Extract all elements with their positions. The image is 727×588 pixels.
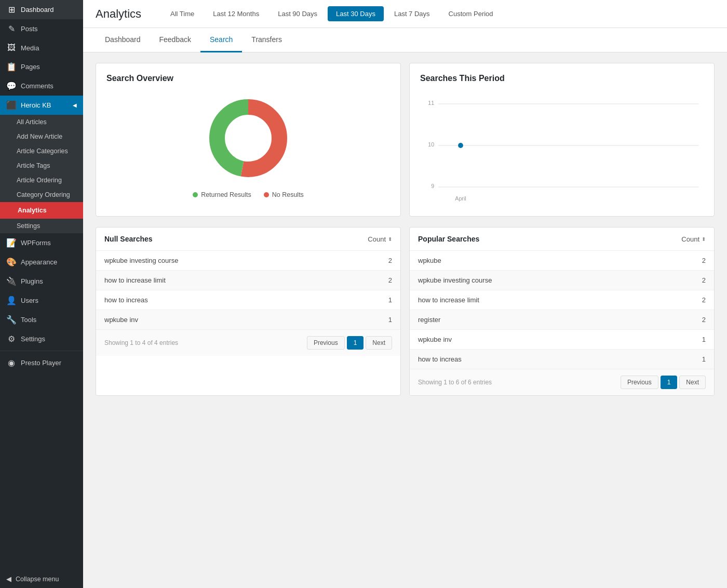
sidebar-item-pages[interactable]: 📋 Pages: [0, 57, 83, 76]
sidebar-item-appearance[interactable]: 🎨 Appearance: [0, 252, 83, 272]
sidebar-divider: [0, 351, 83, 351]
sub-item-article-tags[interactable]: Article Tags: [0, 158, 83, 173]
popular-searches-title: Popular Searches Count ⬍: [410, 228, 714, 251]
popular-search-count: 2: [658, 271, 714, 290]
null-searches-table: wpkube investing course2how to increase …: [96, 251, 400, 329]
popular-searches-row: wpkube2: [410, 251, 714, 271]
sidebar-item-heroickb[interactable]: ⬛ Heroic KB ◀: [0, 96, 83, 115]
popular-search-term: wpkube investing course: [410, 271, 658, 290]
tabs-bar: Dashboard Feedback Search Transfers: [83, 28, 727, 52]
search-overview-title: Search Overview: [106, 74, 390, 83]
tab-transfers[interactable]: Transfers: [242, 28, 291, 52]
comments-icon: 💬: [6, 81, 17, 91]
page-title: Analytics: [96, 7, 141, 21]
sidebar-item-media[interactable]: 🖼 Media: [0, 38, 83, 57]
tab-feedback[interactable]: Feedback: [150, 28, 200, 52]
sub-item-settings[interactable]: Settings: [0, 219, 83, 233]
sidebar-item-plugins[interactable]: 🔌 Plugins: [0, 272, 83, 291]
sidebar-item-label: Heroic KB: [21, 101, 51, 109]
heroickb-section: ⬛ Heroic KB ◀ All Articles Add New Artic…: [0, 96, 83, 233]
legend-dot-returned: [193, 192, 198, 197]
pages-icon: 📋: [6, 62, 17, 72]
popular-searches-pagination-info: Showing 1 to 6 of 6 entries: [418, 379, 492, 386]
null-searches-next-btn[interactable]: Next: [366, 336, 392, 350]
sidebar: ⊞ Dashboard ✎ Posts 🖼 Media 📋 Pages 💬 Co…: [0, 0, 83, 588]
sub-item-all-articles[interactable]: All Articles: [0, 115, 83, 129]
sidebar-item-label: Dashboard: [21, 6, 54, 14]
null-searches-row: how to increas1: [96, 290, 400, 310]
period-tab-last-12-months[interactable]: Last 12 Months: [205, 6, 267, 21]
media-icon: 🖼: [6, 43, 17, 52]
sidebar-item-label: Users: [21, 297, 38, 304]
y-label-11: 11: [428, 100, 434, 106]
popular-search-term: wpkube: [410, 251, 658, 271]
legend-no-results: No Results: [264, 191, 304, 198]
null-searches-tbody: wpkube investing course2how to increase …: [96, 251, 400, 329]
searches-this-period-title: Searches This Period: [420, 74, 704, 83]
sidebar-item-posts[interactable]: ✎ Posts: [0, 19, 83, 38]
legend-returned-results: Returned Results: [193, 191, 251, 198]
sort-icon[interactable]: ⬍: [388, 236, 392, 242]
null-searches-pagination-btns: Previous 1 Next: [307, 336, 392, 350]
period-tab-all-time[interactable]: All Time: [162, 6, 203, 21]
sort-icon-popular[interactable]: ⬍: [702, 236, 706, 242]
wpforms-icon: 📝: [6, 238, 17, 248]
period-tab-custom-period[interactable]: Custom Period: [440, 6, 502, 21]
legend-label-no-results: No Results: [272, 191, 304, 198]
popular-searches-prev-btn[interactable]: Previous: [621, 376, 658, 389]
sub-item-article-ordering[interactable]: Article Ordering: [0, 173, 83, 188]
tab-dashboard[interactable]: Dashboard: [96, 28, 150, 52]
null-searches-prev-btn[interactable]: Previous: [307, 336, 345, 350]
tab-search[interactable]: Search: [200, 28, 242, 52]
popular-search-count: 2: [658, 310, 714, 330]
sidebar-item-tools[interactable]: 🔧 Tools: [0, 310, 83, 329]
popular-searches-row: wpkube inv1: [410, 330, 714, 350]
search-overview-card: Search Overview Returned: [96, 63, 401, 217]
sidebar-item-label: Appearance: [21, 258, 57, 266]
donut-chart-container: Returned Results No Results: [106, 91, 390, 198]
null-search-count: 2: [344, 271, 400, 290]
sidebar-item-label: Media: [21, 44, 39, 52]
null-search-term: how to increas: [96, 290, 344, 310]
popular-searches-count-header: Count ⬍: [681, 235, 706, 243]
null-search-term: how to increase limit: [96, 271, 344, 290]
legend-label-returned: Returned Results: [201, 191, 251, 198]
sub-item-article-categories[interactable]: Article Categories: [0, 144, 83, 158]
sidebar-item-dashboard[interactable]: ⊞ Dashboard: [0, 0, 83, 19]
plugins-icon: 🔌: [6, 276, 17, 286]
popular-search-term: how to increase limit: [410, 290, 658, 310]
sidebar-item-settings[interactable]: ⚙ Settings: [0, 329, 83, 349]
null-searches-row: wpkube inv1: [96, 310, 400, 330]
sidebar-item-label: Settings: [21, 335, 45, 343]
period-tab-last-30-days[interactable]: Last 30 Days: [328, 6, 384, 21]
sidebar-item-label: Tools: [21, 316, 36, 324]
null-search-count: 2: [344, 251, 400, 271]
period-tab-last-90-days[interactable]: Last 90 Days: [270, 6, 326, 21]
heroickb-icon: ⬛: [6, 100, 17, 110]
popular-search-term: register: [410, 310, 658, 330]
sub-item-category-ordering[interactable]: Category Ordering: [0, 188, 83, 202]
donut-hole: [225, 115, 271, 161]
settings-icon: ⚙: [6, 334, 17, 344]
popular-searches-row: register2: [410, 310, 714, 330]
null-searches-page-1-btn[interactable]: 1: [347, 336, 364, 350]
null-searches-count-header: Count ⬍: [368, 235, 392, 243]
popular-searches-next-btn[interactable]: Next: [679, 376, 706, 389]
popular-searches-page-1-btn[interactable]: 1: [661, 376, 678, 389]
sidebar-item-comments[interactable]: 💬 Comments: [0, 76, 83, 96]
period-tab-last-7-days[interactable]: Last 7 Days: [386, 6, 438, 21]
sidebar-item-label: Posts: [21, 25, 38, 33]
collapse-icon: ◀: [6, 575, 11, 583]
dashboard-icon: ⊞: [6, 5, 17, 15]
sub-item-add-new-article[interactable]: Add New Article: [0, 129, 83, 144]
sidebar-item-users[interactable]: 👤 Users: [0, 291, 83, 310]
main-content: Analytics All Time Last 12 Months Last 9…: [83, 0, 727, 588]
sidebar-item-presto-player[interactable]: ◉ Presto Player: [0, 353, 83, 372]
donut-legend: Returned Results No Results: [193, 191, 304, 198]
popular-searches-row: wpkube investing course2: [410, 271, 714, 290]
popular-searches-table: wpkube2wpkube investing course2how to in…: [410, 251, 714, 369]
sidebar-item-label: Presto Player: [21, 359, 61, 367]
sub-item-analytics[interactable]: Analytics: [0, 202, 83, 219]
collapse-menu-button[interactable]: ◀ Collapse menu: [0, 570, 83, 588]
sidebar-item-wpforms[interactable]: 📝 WPForms: [0, 233, 83, 252]
